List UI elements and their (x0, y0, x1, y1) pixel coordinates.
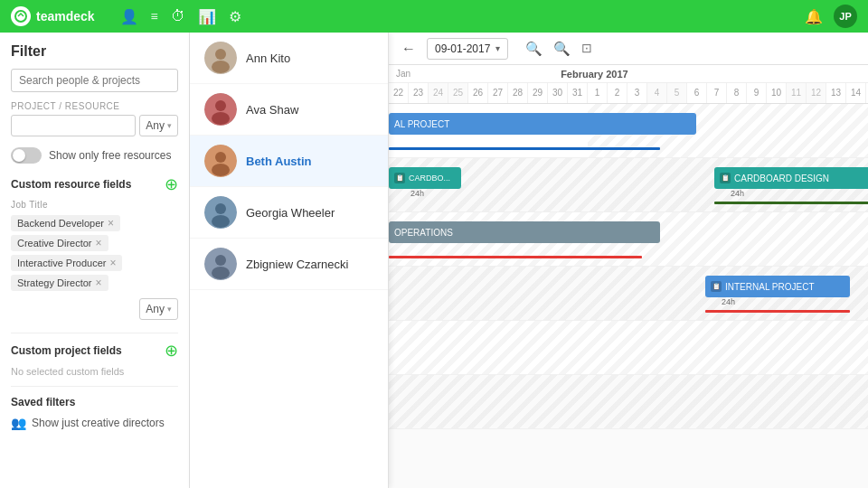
bar-label-cardboard: CARDBOARD DESIGN (734, 174, 829, 183)
search-input[interactable] (11, 69, 178, 92)
svg-point-11 (215, 203, 226, 214)
bar-label-operations: OPERATIONS (394, 228, 453, 238)
bar-label-internal: INTERNAL PROJECT (725, 282, 815, 292)
settings-icon[interactable]: ⚙ (229, 8, 241, 25)
report-icon[interactable]: 📊 (198, 8, 216, 25)
any-select[interactable]: Any ▾ (139, 115, 178, 136)
person-name-ava-shaw: Ava Shaw (246, 103, 298, 117)
remove-interactive-producer-button[interactable]: × (109, 258, 116, 268)
job-title-any-select[interactable]: Any ▾ (139, 298, 178, 320)
date-chevron-icon: ▾ (495, 43, 500, 53)
bar-al-project[interactable]: AL PROJECT (389, 113, 696, 135)
day-25: 25 (448, 83, 468, 103)
people-saved-icon: 👥 (11, 416, 26, 430)
app-logo[interactable]: teamdeck (11, 6, 95, 26)
zoom-in-icon[interactable]: 🔍 (523, 38, 545, 60)
cardbo-hours: 24h (389, 189, 424, 198)
saved-filters-title: Saved filters (11, 396, 178, 408)
person-georgia-wheeler[interactable]: Georgia Wheeler (190, 187, 388, 239)
day-7: 7 (707, 83, 727, 103)
bar-internal-project[interactable]: 📋 INTERNAL PROJECT (705, 276, 850, 297)
month-row: Jan February 2017 (389, 65, 868, 83)
bar-label-cardbo: CARDBO... (409, 174, 450, 183)
day-11: 11 (787, 83, 807, 103)
project-resource-label: Project / Resource (11, 101, 178, 111)
day-14: 14 (846, 83, 866, 103)
bar-cardboard-design[interactable]: 📋 CARDBOARD DESIGN (714, 167, 868, 189)
bar-sub-internal (705, 310, 850, 313)
free-resources-toggle[interactable] (11, 147, 42, 164)
day-22: 22 (389, 83, 409, 103)
person-ann-kito[interactable]: Ann Kito (190, 33, 388, 84)
toggle-knob (13, 149, 25, 162)
select-icon[interactable]: ⊡ (579, 38, 595, 60)
remove-backend-developer-button[interactable]: × (108, 218, 114, 229)
tag-label: Backend Developer (17, 218, 104, 229)
svg-point-3 (212, 61, 230, 73)
divider-1 (11, 333, 178, 333)
gantt-rows: AL PROJECT 📋 CARDBO... 24h 📋 (389, 104, 868, 488)
add-custom-resource-button[interactable]: ⊕ (165, 176, 178, 192)
cardbo-icon: 📋 (394, 173, 405, 183)
svg-point-2 (215, 49, 226, 60)
person-ava-shaw[interactable]: Ava Shaw (190, 84, 388, 136)
any-label-2: Any (146, 303, 165, 315)
tag-label: Interactive Producer (17, 258, 106, 268)
gantt-icon[interactable]: ≡ (151, 9, 158, 23)
no-custom-text: No selected custom fields (11, 366, 178, 377)
remove-strategy-director-button[interactable]: × (96, 277, 102, 288)
add-custom-project-button[interactable]: ⊕ (165, 343, 178, 359)
gantt-row-4: 📋 INTERNAL PROJECT 24h (389, 267, 868, 321)
hatch-bg-6 (389, 375, 868, 428)
day-5: 5 (667, 83, 687, 103)
bar-sub-al-project (389, 147, 660, 150)
filter-sidebar: Filter Project / Resource Any ▾ Show onl… (0, 33, 190, 488)
nav-right: 🔔 JP (805, 5, 857, 28)
person-zbigniew-czarnecki[interactable]: Zbigniew Czarnecki (190, 239, 388, 290)
calendar-header: Jan February 2017 22 23 24 25 26 27 28 2… (389, 65, 868, 104)
toolbar-icons: 🔍 🔍 ⊡ (523, 38, 595, 60)
custom-resource-section: Custom resource fields ⊕ (11, 176, 178, 192)
back-button[interactable]: ← (398, 37, 420, 61)
zoom-out-icon[interactable]: 🔍 (551, 38, 573, 60)
gantt-toolbar: ← 09-01-2017 ▾ 🔍 🔍 ⊡ (389, 33, 868, 65)
search-row: Any ▾ (11, 115, 178, 136)
bell-icon[interactable]: 🔔 (805, 8, 823, 25)
tag-interactive-producer: Interactive Producer × (11, 255, 122, 271)
user-avatar[interactable]: JP (834, 5, 857, 28)
toggle-row: Show only free resources (11, 147, 178, 164)
people-panel: Ann Kito Ava Shaw Beth Austin (190, 33, 389, 488)
day-1: 1 (588, 83, 608, 103)
cardboard-hours: 24h (714, 189, 744, 198)
people-icon[interactable]: 👤 (120, 8, 138, 25)
person-name-zbigniew-czarnecki: Zbigniew Czarnecki (246, 258, 348, 271)
bar-cardbo[interactable]: 📋 CARDBO... (389, 167, 461, 189)
day-24: 24 (429, 83, 448, 103)
day-28: 28 (508, 83, 528, 103)
bar-label: AL PROJECT (394, 119, 449, 129)
saved-filter-item[interactable]: 👥 Show just creative directors (11, 416, 178, 430)
avatar-georgia-wheeler (204, 196, 237, 229)
cardboard-icon: 📋 (720, 173, 731, 183)
days-row: 22 23 24 25 26 27 28 29 30 31 1 2 3 4 5 … (389, 83, 868, 103)
person-beth-austin[interactable]: Beth Austin (190, 136, 388, 187)
saved-filter-label: Show just creative directors (32, 417, 165, 429)
day-27: 27 (488, 83, 508, 103)
person-name-beth-austin: Beth Austin (246, 155, 311, 168)
person-name-ann-kito: Ann Kito (246, 52, 290, 65)
svg-point-15 (212, 267, 230, 279)
logo-icon (11, 6, 31, 26)
date-selector[interactable]: 09-01-2017 ▾ (427, 38, 508, 60)
timer-icon[interactable]: ⏱ (171, 8, 185, 24)
svg-point-12 (212, 215, 230, 228)
resource-search-wrap (11, 115, 136, 136)
remove-creative-director-button[interactable]: × (96, 238, 102, 249)
day-6: 6 (687, 83, 707, 103)
bar-operations[interactable]: OPERATIONS (389, 221, 660, 243)
resource-search-input[interactable] (11, 115, 136, 136)
filter-title: Filter (11, 43, 178, 60)
gantt-area: ← 09-01-2017 ▾ 🔍 🔍 ⊡ Jan February 2017 (389, 33, 868, 488)
custom-project-title: Custom project fields (11, 344, 122, 357)
day-8: 8 (727, 83, 747, 103)
gantt-content: Jan February 2017 22 23 24 25 26 27 28 2… (389, 65, 868, 488)
